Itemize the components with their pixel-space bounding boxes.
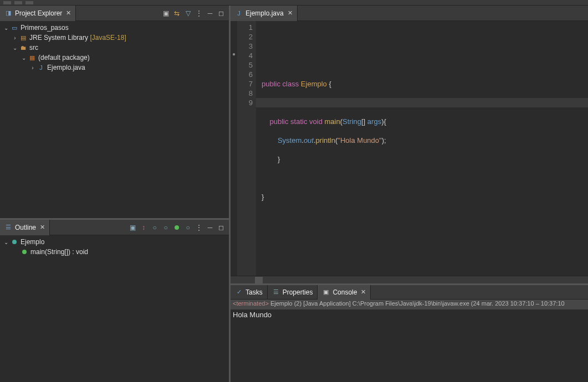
maximize-icon[interactable]: ◻	[217, 223, 226, 232]
tree-label: main(String[]) : void	[30, 248, 88, 256]
library-icon: ▤	[19, 34, 28, 42]
close-icon[interactable]: ✕	[40, 224, 45, 231]
view-menu-icon[interactable]: ⋮	[195, 223, 203, 232]
tree-label: Ejemplo	[21, 238, 44, 246]
chevron-down-icon[interactable]: ⌄	[20, 55, 28, 61]
toolbar-button[interactable]	[25, 1, 33, 4]
tree-label: Ejemplo.java	[47, 64, 85, 71]
hide-fields-icon[interactable]: ○	[150, 223, 159, 232]
close-icon[interactable]: ✕	[288, 9, 293, 17]
tree-label: (default package)	[38, 54, 90, 61]
line-number[interactable]: 5	[237, 60, 253, 70]
line-number-gutter[interactable]: 1 2 3 4 5 6 7 8 9	[237, 21, 256, 276]
project-explorer-tab[interactable]: ◨ Project Explorer ✕	[0, 6, 76, 21]
outline-tab[interactable]: ☰ Outline ✕	[0, 220, 50, 235]
tree-project[interactable]: ⌄ ▭ Primeros_pasos	[0, 23, 229, 33]
minimize-icon[interactable]: ─	[206, 9, 214, 18]
link-editor-icon[interactable]: ⇆	[172, 9, 181, 18]
editor-tab-bar[interactable]: J Ejemplo.java ✕	[231, 6, 588, 21]
method-icon	[20, 248, 29, 256]
project-icon: ▭	[10, 24, 19, 32]
filter-icon[interactable]: ▽	[183, 9, 192, 18]
java-file-icon: J	[37, 64, 45, 71]
project-explorer-title: Project Explorer	[15, 9, 62, 17]
tree-package[interactable]: ⌄ ▦ (default package)	[0, 53, 229, 63]
hide-static-icon[interactable]: ○	[161, 223, 170, 232]
tree-label: Primeros_pasos	[21, 24, 69, 32]
view-menu-icon[interactable]: ⋮	[195, 9, 203, 18]
console-line: Hola Mundo	[233, 311, 586, 319]
main-toolbar[interactable]	[0, 0, 588, 6]
tab-label: Properties	[283, 288, 313, 296]
outline-tree[interactable]: ⌄ Ejemplo main(String[]) : void	[0, 235, 229, 382]
line-number[interactable]: 3	[237, 42, 253, 51]
tab-properties[interactable]: ☰ Properties	[268, 285, 318, 300]
editor-tab-label: Ejemplo.java	[246, 9, 284, 17]
java-file-icon: J	[235, 9, 243, 17]
tree-java-file[interactable]: › J Ejemplo.java	[0, 63, 229, 73]
line-number[interactable]: 2	[237, 32, 253, 42]
marker-bar[interactable]: ●	[231, 21, 237, 276]
outline-icon: ☰	[4, 224, 12, 231]
tab-tasks[interactable]: ✓ Tasks	[231, 285, 268, 300]
horizontal-scrollbar[interactable]	[231, 276, 588, 283]
chevron-down-icon[interactable]: ⌄	[2, 25, 10, 31]
line-number[interactable]: 9	[237, 98, 253, 107]
outline-method[interactable]: main(String[]) : void	[0, 247, 229, 257]
tab-label: Tasks	[246, 288, 263, 296]
line-number[interactable]: 7	[237, 79, 253, 89]
tab-console[interactable]: ▣ Console ✕	[318, 285, 371, 300]
tree-src[interactable]: ⌄ 🖿 src	[0, 43, 229, 53]
tree-label: JRE System Library [JavaSE-18]	[29, 34, 126, 42]
code-area[interactable]: public class Ejemplo { public static voi…	[256, 21, 588, 276]
collapse-all-icon[interactable]: ▣	[161, 9, 170, 18]
tree-jre[interactable]: › ▤ JRE System Library [JavaSE-18]	[0, 33, 229, 43]
focus-icon[interactable]: ▣	[128, 223, 137, 232]
override-marker-icon[interactable]: ●	[232, 51, 236, 57]
properties-icon: ☰	[272, 288, 280, 296]
package-icon: ▦	[28, 54, 37, 61]
outline-class[interactable]: ⌄ Ejemplo	[0, 237, 229, 247]
hide-local-icon[interactable]: ○	[183, 223, 192, 232]
project-explorer-icon: ◨	[4, 9, 12, 17]
bottom-tab-bar[interactable]: ✓ Tasks ☰ Properties ▣ Console ✕	[231, 285, 588, 300]
hide-nonpublic-icon[interactable]	[172, 223, 181, 232]
console-status-bar: <terminated> Ejemplo (2) [Java Applicati…	[231, 300, 588, 309]
tree-label: src	[29, 44, 38, 51]
class-icon	[10, 238, 19, 246]
maximize-icon[interactable]: ◻	[217, 9, 226, 18]
project-explorer-tree[interactable]: ⌄ ▭ Primeros_pasos › ▤ JRE System Librar…	[0, 21, 229, 218]
console-icon: ▣	[322, 288, 330, 296]
code-editor[interactable]: ● 1 2 3 4 5 6 7 8 9 public class Ejempl	[231, 21, 588, 276]
project-explorer-header: ◨ Project Explorer ✕ ▣ ⇆ ▽ ⋮ ─ ◻	[0, 6, 229, 21]
chevron-down-icon[interactable]: ⌄	[2, 239, 10, 245]
editor-tab[interactable]: J Ejemplo.java ✕	[231, 6, 298, 21]
console-output[interactable]: Hola Mundo	[231, 309, 588, 382]
tab-label: Console	[333, 288, 357, 296]
scroll-left-icon[interactable]	[255, 277, 263, 283]
line-number[interactable]: 1	[237, 23, 253, 32]
sort-icon[interactable]: ↕	[139, 223, 148, 232]
toolbar-button[interactable]	[14, 1, 22, 4]
folder-icon: 🖿	[19, 44, 28, 51]
outline-header: ☰ Outline ✕ ▣ ↕ ○ ○ ○ ⋮ ─ ◻	[0, 220, 229, 235]
line-number[interactable]: 6	[237, 70, 253, 79]
line-number[interactable]: 4	[237, 51, 253, 60]
close-icon[interactable]: ✕	[361, 288, 366, 296]
outline-title: Outline	[15, 224, 36, 231]
toolbar-button[interactable]	[3, 1, 11, 4]
line-number[interactable]: 8	[237, 89, 253, 98]
chevron-right-icon[interactable]: ›	[29, 65, 37, 71]
tasks-icon: ✓	[235, 288, 243, 296]
close-icon[interactable]: ✕	[66, 9, 71, 17]
chevron-down-icon[interactable]: ⌄	[11, 45, 19, 51]
chevron-right-icon[interactable]: ›	[11, 35, 19, 41]
minimize-icon[interactable]: ─	[206, 223, 214, 232]
